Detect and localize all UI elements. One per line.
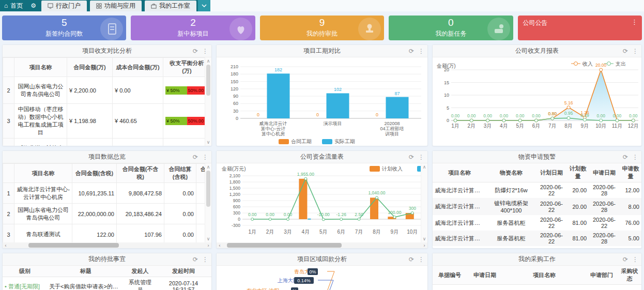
column-header: 成本合同金额(万)	[113, 58, 163, 77]
pie-badge: 0%	[309, 269, 316, 274]
company-notice-card[interactable]: 公司公告⋮	[518, 16, 642, 40]
balance-bar-green: ¥ 50%	[165, 86, 187, 95]
cell: 30.00	[620, 246, 641, 248]
duration-chart: 03060901201501802100182威海北洋云计算中心-云计算中心机房…	[217, 57, 425, 145]
svg-text:金额(万元): 金额(万元)	[221, 166, 246, 172]
table-row[interactable]: 2国网山东省电力公司青岛供电公司22,000,000.0020,183,486.…	[3, 204, 206, 224]
cell: 81.00	[567, 215, 589, 231]
svg-text:3月: 3月	[284, 229, 292, 235]
kpi-card-2[interactable]: 9我的待审批	[260, 16, 384, 40]
material-name: 服务器机柜	[486, 231, 536, 246]
svg-text:11月: 11月	[612, 123, 622, 129]
svg-text:0.00: 0.00	[248, 212, 257, 217]
kpi-card-0[interactable]: 5新签约合同数	[2, 16, 126, 40]
cell: 20.00	[567, 182, 589, 199]
project-name: 威海北洋云计算中心-云计算...	[433, 231, 486, 246]
balance-bar-cell: 100.00%¥ 1,26	[163, 139, 206, 146]
table-row[interactable]: 4威海北洋云计算中心-云计算中心机房¥ 1,069.12¥ 270.95100.…	[3, 139, 206, 146]
svg-text:0.95: 0.95	[564, 111, 573, 116]
svg-text:8月: 8月	[373, 229, 381, 235]
refresh-icon[interactable]: ⟳	[409, 48, 414, 55]
cell: 0.0	[196, 183, 206, 204]
refresh-icon[interactable]: ⟳	[193, 48, 198, 55]
table-row[interactable]: 威海北洋云计算中心-云计算...插座10A 250V 三极五孔插座2020-06…	[433, 246, 641, 248]
more-icon[interactable]: ⋮	[202, 256, 208, 263]
svg-text:0.00: 0.00	[467, 113, 476, 118]
table-row[interactable]: 1威海北洋云计算中心-云计算中心机房10,691,235.119,808,472…	[3, 183, 206, 204]
svg-text:102: 102	[334, 87, 342, 92]
table-row[interactable]: 威海北洋云计算中心-云计算...镀锌电缆桥架400*1002020-06-222…	[433, 198, 641, 215]
svg-text:04工程部培: 04工程部培	[380, 126, 404, 131]
cell: 2020-06-22	[536, 198, 567, 215]
vertical-scrollbar[interactable]: ∧∨	[205, 57, 211, 146]
refresh-icon[interactable]: ⟳	[409, 154, 414, 161]
cell: 20,183,486.24	[117, 204, 164, 224]
svg-text:-10.00: -10.00	[317, 212, 330, 217]
panel-title: 我的待批事宜	[3, 255, 211, 264]
column-header: 采购状态	[618, 266, 641, 285]
more-icon[interactable]: ⋮	[202, 48, 208, 55]
table-row[interactable]: • 普通[无期限]关于<购房借款申请表>的审批系统管理员2020-07-14 1…	[3, 277, 211, 290]
more-icon[interactable]: ⋮	[632, 154, 638, 161]
table-row[interactable]: 威海北洋云计算中心-云计算...服务器机柜2020-06-2281.002020…	[433, 231, 641, 246]
table-row[interactable]: 3青岛联通测试122.00107.960.000.0	[3, 224, 206, 245]
nav-more-tabs-button[interactable]	[198, 0, 210, 11]
kpi-card-3[interactable]: 0我的新任务	[389, 16, 513, 40]
table-row[interactable]: 3中国移动（枣庄移动）数据中心小机电工程集成施工项目¥ 1,198.98¥ 46…	[3, 104, 206, 139]
column-header	[3, 58, 14, 77]
cell: 5.00	[620, 231, 641, 246]
column-header: 合同金额(万)	[67, 58, 113, 77]
vertical-scrollbar[interactable]: ∧∨	[205, 163, 211, 242]
refresh-icon[interactable]: ⟳	[409, 256, 414, 263]
table-row[interactable]: 威海北洋云计算中心-云计算...服务器机柜2020-06-2281.002020…	[433, 215, 641, 231]
svg-text:12月: 12月	[628, 123, 639, 129]
column-header: 收支平衡分析(万)	[163, 58, 206, 77]
more-icon[interactable]: ⋮	[418, 48, 424, 55]
svg-text:9月: 9月	[581, 123, 589, 129]
svg-text:8月: 8月	[564, 123, 573, 129]
more-icon[interactable]: ⋮	[418, 256, 424, 263]
table-row[interactable]: 威海北洋云计算中心-云计算...防爆灯2*16w2020-06-2220.002…	[433, 182, 641, 199]
svg-text:0: 0	[447, 118, 449, 123]
vertical-scrollbar[interactable]: ∧∨	[421, 163, 427, 242]
horizontal-scrollbar[interactable]: ‹›	[3, 242, 211, 248]
panel-monthly-report: 公司收支月报表 ⟳⋮ 金额(万)05101520收入支出0.000.000.00…	[432, 44, 642, 146]
svg-text:5: 5	[447, 105, 449, 111]
kpi-card-1[interactable]: 2新中标项目	[131, 16, 255, 40]
column-header: 申请数量	[620, 163, 641, 182]
svg-text:300: 300	[409, 206, 416, 211]
refresh-icon[interactable]: ⟳	[193, 154, 198, 161]
nav-tab-my-studio[interactable]: 我的工作室	[145, 1, 196, 11]
horizontal-scrollbar[interactable]: ‹›	[217, 242, 427, 248]
legend-swatch	[279, 139, 289, 144]
refresh-icon[interactable]: ⟳	[623, 256, 628, 263]
cell: 2020-06-28	[589, 246, 620, 248]
refresh-icon[interactable]: ⟳	[623, 154, 628, 161]
panel-title: 项目数据总览	[3, 152, 211, 161]
svg-text:87: 87	[394, 91, 400, 96]
more-icon[interactable]: ⋮	[631, 18, 638, 26]
nav-home[interactable]: ⌂ 首页	[0, 0, 27, 11]
more-icon[interactable]: ⋮	[632, 256, 638, 263]
project-name: 威海北洋云计算中心-云计算...	[433, 215, 486, 231]
cost-amount: ¥ 0.00	[113, 77, 163, 104]
more-icon[interactable]: ⋮	[418, 154, 424, 161]
refresh-icon[interactable]: ⟳	[623, 48, 628, 55]
legend-label: 合同工期	[291, 139, 312, 144]
refresh-icon[interactable]: ⟳	[193, 256, 198, 263]
svg-text:10月: 10月	[595, 123, 606, 129]
svg-text:4月: 4月	[500, 123, 508, 129]
column-header: 计划日期	[536, 163, 567, 182]
settings-gear-button[interactable]: ⚙	[27, 0, 40, 11]
project-name: 国网山东省电力公司青岛供电公司	[14, 77, 67, 104]
project-name: 威海北洋云计算中心-云计算中心机房	[14, 183, 72, 204]
more-icon[interactable]: ⋮	[632, 48, 638, 55]
svg-text:90: 90	[233, 94, 238, 99]
svg-text:10月: 10月	[407, 229, 418, 235]
svg-text:210: 210	[231, 64, 238, 69]
table-row[interactable]: 2国网山东省电力公司青岛供电公司¥ 2,200.00¥ 0.00¥ 50%50%…	[3, 77, 206, 104]
svg-text:1,500: 1,500	[229, 186, 241, 191]
more-icon[interactable]: ⋮	[202, 154, 208, 161]
nav-tab-admin-portal[interactable]: 行政门户	[41, 1, 87, 11]
nav-tab-functions-apps[interactable]: 功能与应用	[90, 1, 142, 11]
